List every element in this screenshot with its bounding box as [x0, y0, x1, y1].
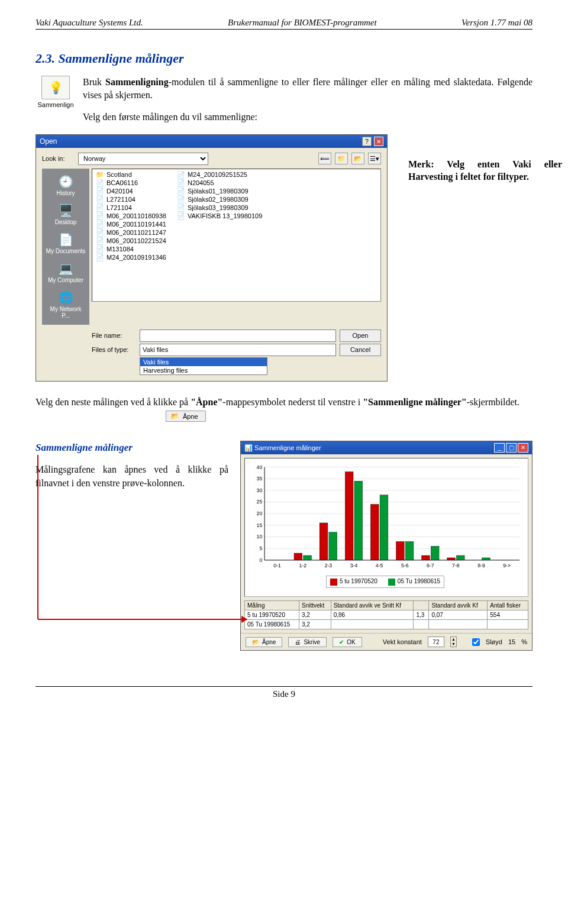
file-item[interactable]: 📄Sjölaks02_19980309 — [177, 196, 262, 203]
header-right: Versjon 1.77 mai 08 — [462, 18, 532, 28]
up-folder-icon[interactable]: 📁 — [335, 153, 348, 164]
file-item[interactable]: 📄M06_200110191441 — [96, 221, 166, 228]
places-item[interactable]: 🌐My Network P... — [44, 287, 87, 322]
file-type-select[interactable] — [140, 344, 336, 356]
back-icon[interactable]: ⟸ — [318, 153, 331, 164]
svg-rect-33 — [354, 482, 363, 561]
vekt-konstant-input[interactable] — [428, 637, 444, 647]
skrive-button[interactable]: 🖨Skrive — [288, 637, 327, 647]
sammenligne-description: Sammenligne målinger Målingsgrafene kan … — [36, 441, 228, 490]
look-in-label: Look in: — [42, 155, 75, 162]
file-type-dropdown[interactable]: Vaki files Harvesting files — [140, 357, 267, 375]
places-item[interactable]: 💻My Computer — [44, 258, 87, 287]
dialog-title: Open — [40, 137, 57, 146]
minimize-icon[interactable]: _ — [494, 443, 505, 453]
view-menu-icon[interactable]: ☰▾ — [368, 153, 381, 164]
sub-heading: Sammenligne målinger — [36, 441, 228, 455]
file-item[interactable]: 📄BCA06116 — [96, 179, 166, 187]
bar-chart: 05101520253035400-11-22-33-44-55-66-77-8… — [247, 462, 523, 574]
file-icon: 📁 — [96, 171, 104, 179]
file-item[interactable]: 📄M131084 — [96, 245, 166, 253]
svg-rect-30 — [329, 532, 337, 560]
spinner-icon[interactable]: ▲▼ — [450, 637, 457, 647]
close-icon[interactable]: ✕ — [374, 137, 383, 146]
svg-rect-48 — [482, 558, 490, 560]
table-header — [414, 601, 429, 610]
sloyd-unit: % — [521, 638, 527, 645]
vekt-konstant-label: Vekt konstant — [383, 638, 422, 645]
svg-text:5-6: 5-6 — [401, 563, 409, 568]
table-header: Snittvekt — [299, 601, 331, 610]
file-item[interactable]: 📁Scotland — [96, 171, 166, 179]
svg-text:30: 30 — [257, 487, 263, 493]
file-item[interactable]: 📄M24_200109191346 — [96, 254, 166, 261]
places-item[interactable]: 🖥️Desktop — [44, 200, 87, 229]
dialog-titlebar: Open ? ✕ — [36, 135, 387, 148]
check-icon: ✔ — [339, 639, 344, 645]
file-item[interactable]: 📄VAKIFISKB 13_19980109 — [177, 212, 262, 220]
header-left: Vaki Aquaculture Systems Ltd. — [36, 18, 143, 28]
svg-rect-36 — [380, 495, 388, 560]
header-center: Brukermanual for BIOMEST-programmet — [228, 18, 377, 28]
file-item[interactable]: 📄Sjölaks03_19980309 — [177, 204, 262, 212]
places-item[interactable]: 📄My Documents — [44, 229, 87, 258]
file-name-label: File name: — [92, 332, 136, 339]
file-item[interactable]: 📄M06_200110221524 — [96, 237, 166, 245]
table-row[interactable]: 05 Tu 199806153,2 — [245, 620, 528, 629]
close-icon[interactable]: ✕ — [518, 443, 528, 453]
file-item[interactable]: 📄L721104 — [96, 204, 166, 212]
open-button[interactable]: Open — [340, 329, 381, 342]
file-icon: 📄 — [96, 245, 104, 253]
file-item[interactable]: 📄M24_200109251525 — [177, 171, 262, 179]
folder-open-icon: 📂 — [252, 639, 259, 645]
file-type-option[interactable]: Vaki files — [140, 358, 267, 366]
maximize-icon[interactable]: ▢ — [506, 443, 517, 453]
table-row[interactable]: 5 tu 199705203,20,861,30,07554 — [245, 610, 528, 620]
file-icon: 📄 — [96, 212, 104, 220]
ok-button[interactable]: ✔OK — [333, 637, 362, 647]
intro-text: Bruk Sammenligning-modulen til å sammenl… — [83, 76, 532, 124]
file-icon: 📄 — [96, 237, 104, 245]
file-list[interactable]: 📁Scotland📄BCA06116📄D420104📄L2721104📄L721… — [92, 169, 381, 302]
file-name-input[interactable] — [140, 329, 336, 342]
svg-rect-39 — [405, 542, 414, 560]
place-icon: 🕘 — [46, 175, 86, 189]
file-item[interactable]: 📄M06_200110180938 — [96, 212, 166, 220]
svg-text:20: 20 — [257, 511, 263, 517]
file-item[interactable]: 📄M06_200110211247 — [96, 229, 166, 237]
apne-button[interactable]: 📂 Åpne — [166, 411, 206, 422]
module-label: Sammenlign — [36, 101, 76, 108]
section-heading: 2.3. Sammenligne målinger — [36, 51, 532, 66]
table-header: Antall fisker — [488, 601, 528, 610]
look-in-select[interactable]: Norway — [78, 153, 208, 165]
sammenligning-module-icon[interactable]: 💡 Sammenlign — [36, 76, 76, 124]
file-item[interactable]: 📄N204055 — [177, 179, 262, 187]
chart-legend: 5 tu 1997052005 Tu 19980615 — [326, 576, 444, 587]
file-item[interactable]: 📄Sjölaks01_19980309 — [177, 188, 262, 195]
cancel-button[interactable]: Cancel — [340, 344, 381, 356]
sloyd-checkbox[interactable] — [472, 638, 480, 646]
page-footer: Side 9 — [36, 686, 532, 699]
file-icon: 📄 — [96, 254, 104, 261]
file-type-option[interactable]: Harvesting files — [140, 366, 267, 374]
places-item[interactable]: 🕘History — [44, 171, 87, 200]
file-item[interactable]: 📄L2721104 — [96, 196, 166, 203]
sammenligne-window: 📊 Sammenligne målinger _ ▢ ✕ 05101520253… — [240, 441, 532, 651]
file-icon: 📄 — [177, 171, 185, 179]
svg-text:1-2: 1-2 — [299, 563, 306, 568]
side-note: Merk: Velg enten Vaki eller Harvesting i… — [408, 158, 562, 183]
printer-icon: 🖨 — [295, 639, 301, 645]
folder-open-icon: 📂 — [171, 412, 179, 420]
new-folder-icon[interactable]: 📂 — [351, 153, 364, 164]
file-item[interactable]: 📄D420104 — [96, 188, 166, 195]
svg-text:7-8: 7-8 — [452, 563, 460, 568]
instruction-paragraph: Velg den neste målingen ved å klikke på … — [36, 396, 532, 409]
svg-text:9->: 9-> — [503, 563, 511, 568]
file-icon: 📄 — [177, 188, 185, 195]
file-icon: 📄 — [177, 179, 185, 187]
help-icon[interactable]: ? — [362, 137, 372, 146]
table-header: Standard avvik ve Snitt Kf — [331, 601, 414, 610]
apne-button[interactable]: 📂Åpne — [246, 637, 282, 647]
svg-rect-42 — [431, 547, 439, 561]
svg-text:0-1: 0-1 — [273, 563, 281, 568]
